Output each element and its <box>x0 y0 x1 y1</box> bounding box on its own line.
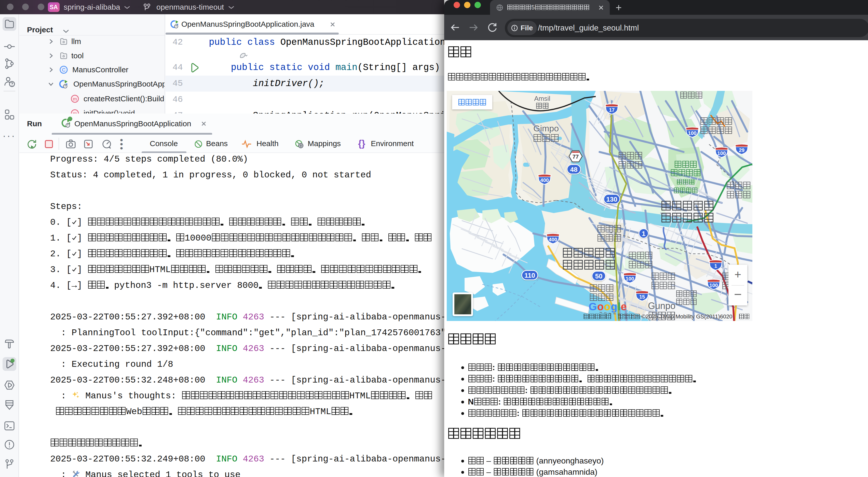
svg-text:1: 1 <box>714 263 717 269</box>
svg-text:m: m <box>73 96 77 101</box>
svg-text:400: 400 <box>549 237 557 242</box>
svg-text:100: 100 <box>688 130 696 136</box>
svg-text:29: 29 <box>739 147 744 153</box>
svg-text:15: 15 <box>639 294 645 299</box>
svg-text:C: C <box>62 67 65 72</box>
svg-text:17: 17 <box>609 107 615 113</box>
svg-text:m: m <box>73 111 77 114</box>
svg-text:400: 400 <box>540 178 549 183</box>
svg-text:100: 100 <box>709 283 718 288</box>
svg-text:100: 100 <box>625 276 634 282</box>
svg-text:100: 100 <box>717 151 725 156</box>
svg-text:77: 77 <box>572 154 579 160</box>
